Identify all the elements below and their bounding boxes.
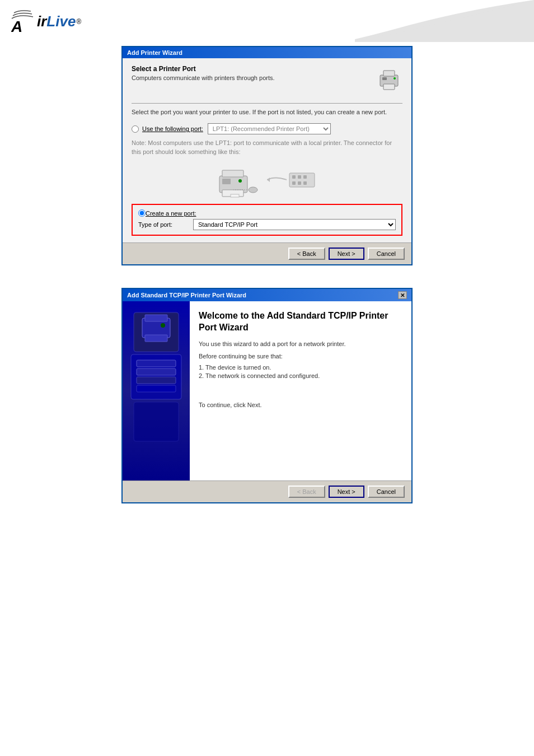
tcpip-instructions-list: 1. The device is turned on. 2. The netwo… — [199, 364, 402, 379]
svg-rect-7 — [222, 179, 231, 184]
svg-rect-30 — [137, 377, 176, 384]
dialog1-titlebar: Add Printer Wizard — [123, 47, 411, 58]
create-port-radio-row: Create a new port: — [138, 209, 396, 217]
dialog1-description: Select the port you want your printer to… — [132, 108, 402, 116]
port-note: Note: Most computers use the LPT1: port … — [132, 139, 402, 156]
tcpip-description: You use this wizard to add a port for a … — [199, 340, 402, 347]
svg-rect-8 — [222, 170, 243, 177]
dialog2-titlebar: Add Standard TCP/IP Printer Port Wizard … — [123, 289, 411, 301]
svg-rect-4 — [383, 84, 395, 90]
svg-rect-15 — [292, 175, 296, 179]
dialog1-next-button[interactable]: Next > — [329, 248, 364, 260]
tcpip-wizard-dialog: Add Standard TCP/IP Printer Port Wizard … — [121, 288, 413, 503]
header: A ir Live ® — [0, 0, 534, 40]
use-port-option: Use the following port: LPT1: (Recommend… — [132, 123, 402, 134]
logo-text-live: Live — [46, 13, 76, 30]
connector-svg — [267, 167, 317, 193]
separator1 — [132, 103, 402, 104]
dialog2-back-button[interactable]: < Back — [288, 486, 325, 498]
svg-text:A: A — [11, 18, 22, 34]
svg-rect-29 — [137, 368, 176, 375]
dialog1-cancel-button[interactable]: Cancel — [368, 248, 405, 260]
tcpip-instruction-1: 1. The device is turned on. — [199, 364, 402, 371]
port-type-label: Type of port: — [138, 221, 189, 228]
tcpip-continue-text: To continue, click Next. — [199, 402, 402, 408]
create-port-radio[interactable] — [138, 209, 146, 217]
printer-left-svg — [217, 162, 261, 198]
svg-rect-17 — [303, 175, 307, 179]
wizard-section-subtitle: Computers communicate with printers thro… — [132, 74, 275, 81]
wizard-printer-icon — [376, 65, 402, 92]
dialog2-close-button[interactable]: ✕ — [398, 291, 407, 299]
svg-rect-2 — [382, 77, 387, 80]
dialog1-footer: < Back Next > Cancel — [123, 242, 411, 264]
port-type-row: Type of port: Standard TCP/IP Port — [138, 219, 396, 230]
create-port-section: Create a new port: Type of port: Standar… — [132, 204, 402, 236]
tcpip-instructions-label: Before continuing be sure that: — [199, 353, 402, 360]
swoosh-decoration — [355, 0, 534, 42]
port-select-dropdown[interactable]: LPT1: (Recommended Printer Port) — [208, 123, 331, 134]
logo-icon: A — [11, 8, 34, 35]
svg-rect-3 — [383, 71, 395, 76]
svg-rect-19 — [298, 181, 301, 185]
svg-rect-26 — [145, 335, 167, 342]
dialog2-title: Add Standard TCP/IP Printer Port Wizard — [127, 292, 246, 298]
tcpip-sidebar — [123, 301, 190, 480]
create-port-label[interactable]: Create a new port: — [146, 210, 196, 217]
logo: A ir Live ® — [11, 8, 81, 35]
dialog1-back-button[interactable]: < Back — [288, 248, 325, 260]
svg-point-5 — [394, 77, 396, 80]
svg-point-10 — [238, 179, 242, 183]
dialog1-title: Add Printer Wizard — [127, 49, 182, 56]
dialog2-next-button[interactable]: Next > — [329, 486, 364, 498]
wizard-header: Select a Printer Port Computers communic… — [132, 65, 402, 96]
svg-rect-25 — [145, 315, 167, 321]
tcpip-welcome-title: Welcome to the Add Standard TCP/IP Print… — [199, 310, 402, 334]
logo-trademark: ® — [76, 18, 81, 26]
content: Add Printer Wizard Select a Printer Port… — [0, 40, 534, 537]
dialog2-body: Welcome to the Add Standard TCP/IP Print… — [123, 301, 411, 480]
dialog1-body: Select a Printer Port Computers communic… — [123, 58, 411, 242]
tcpip-content: Welcome to the Add Standard TCP/IP Print… — [190, 301, 411, 480]
dialog2-footer: < Back Next > Cancel — [123, 480, 411, 502]
svg-point-27 — [161, 323, 165, 328]
svg-rect-31 — [137, 385, 176, 392]
add-printer-wizard-dialog: Add Printer Wizard Select a Printer Port… — [121, 46, 413, 265]
svg-rect-18 — [292, 181, 296, 185]
wizard-header-text: Select a Printer Port Computers communic… — [132, 65, 275, 81]
dialog2-cancel-button[interactable]: Cancel — [368, 486, 405, 498]
tcpip-instruction-2: 2. The network is connected and configur… — [199, 372, 402, 379]
port-type-select[interactable]: Standard TCP/IP Port — [193, 219, 396, 230]
wizard-section-title: Select a Printer Port — [132, 65, 275, 73]
svg-rect-20 — [303, 181, 307, 185]
svg-rect-16 — [298, 175, 301, 179]
logo-text-air: ir — [37, 13, 46, 30]
logo-area: A ir Live ® — [11, 8, 523, 35]
svg-rect-11 — [231, 194, 239, 197]
printer-illustration — [132, 162, 402, 198]
tcpip-sidebar-graphic — [128, 307, 184, 464]
svg-point-12 — [249, 187, 257, 193]
use-port-label[interactable]: Use the following port: — [142, 125, 203, 132]
svg-rect-23 — [134, 402, 179, 441]
svg-rect-28 — [137, 360, 176, 367]
use-port-radio[interactable] — [132, 125, 139, 133]
svg-rect-14 — [289, 173, 315, 187]
